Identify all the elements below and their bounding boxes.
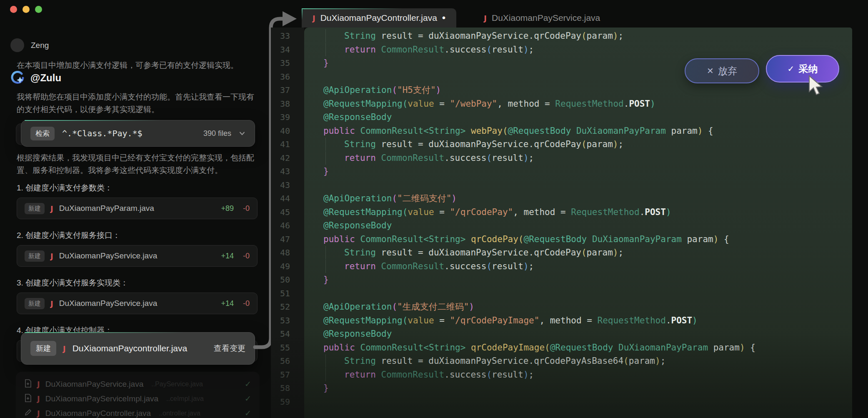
code-line[interactable]: 53@RequestMapping(value = "/qrCodePayIma… bbox=[271, 314, 852, 328]
file-name: DuXiaomanPayServiceImpl.java bbox=[45, 394, 158, 403]
line-number: 55 bbox=[271, 343, 304, 353]
editor-tab[interactable]: JDuXiaomanPayController.java• bbox=[302, 8, 456, 28]
code-line[interactable]: 33String result = duXiaomanPayService.qr… bbox=[271, 29, 852, 43]
file-change-card[interactable]: 新建JDuXiaomanPayParam.java+89-0 bbox=[17, 198, 258, 219]
avatar bbox=[10, 38, 24, 52]
code-line-content: String result = duXiaomanPayService.qrCo… bbox=[304, 139, 852, 149]
tab-label: DuXiaomanPayService.java bbox=[492, 13, 600, 23]
code-line-content: @ApiOperation("生成支付二维码") bbox=[304, 301, 852, 313]
accept-button[interactable]: ✓ 采纳 bbox=[766, 55, 839, 83]
line-number: 50 bbox=[271, 275, 304, 285]
code-line[interactable]: 54@ResponseBody bbox=[271, 327, 852, 341]
editor-tab[interactable]: JDuXiaomanPayService.java• bbox=[473, 8, 611, 28]
code-line[interactable]: 45@RequestMapping(value = "/qrCodePay", … bbox=[271, 205, 852, 219]
check-icon: ✓ bbox=[245, 394, 251, 403]
code-line[interactable]: 48String result = duXiaomanPayService.qr… bbox=[271, 246, 852, 260]
java-file-icon: J bbox=[484, 14, 487, 23]
close-icon: ✕ bbox=[707, 66, 714, 76]
code-line-content: @RequestMapping(value = "/qrCodePayImage… bbox=[304, 315, 852, 325]
code-line[interactable]: 49return CommonResult.success(result); bbox=[271, 260, 852, 273]
lines-added: +89 bbox=[221, 204, 234, 213]
code-editor[interactable]: 33String result = duXiaomanPayService.qr… bbox=[271, 29, 852, 408]
code-line[interactable]: 57return CommonResult.success(result); bbox=[271, 368, 852, 382]
line-number: 34 bbox=[271, 45, 304, 55]
file-add-icon bbox=[24, 379, 32, 389]
code-line[interactable]: 34return CommonResult.success(result); bbox=[271, 43, 852, 57]
code-line[interactable]: 35} bbox=[271, 56, 852, 70]
code-line-content: return CommonResult.success(result); bbox=[304, 153, 852, 163]
code-line-content: public CommonResult<String> qrCodePayIma… bbox=[304, 343, 852, 353]
discard-label: 放弃 bbox=[718, 65, 737, 78]
active-change-popup[interactable]: 新建 J DuXiaomanPaycontroller.java 查看变更 bbox=[21, 332, 255, 365]
discard-button[interactable]: ✕ 放弃 bbox=[685, 58, 759, 83]
modified-dot-icon: • bbox=[442, 16, 445, 20]
code-line[interactable]: 50} bbox=[271, 273, 852, 287]
check-icon: ✓ bbox=[245, 408, 251, 418]
chevron-down-icon[interactable] bbox=[239, 130, 245, 137]
code-line[interactable]: 38@RequestMapping(value = "/webPay", met… bbox=[271, 97, 852, 111]
line-number: 35 bbox=[271, 58, 304, 68]
file-path-hint: ..ceImpl.java bbox=[166, 395, 239, 403]
code-line[interactable]: 47public CommonResult<String> qrCodePay(… bbox=[271, 233, 852, 246]
zoom-button[interactable] bbox=[35, 6, 42, 13]
code-line-content: } bbox=[304, 275, 852, 285]
code-line[interactable]: 52@ApiOperation("生成支付二维码") bbox=[271, 300, 852, 314]
code-line[interactable]: 40public CommonResult<String> webPay(@Re… bbox=[271, 124, 852, 138]
code-line[interactable]: 41String result = duXiaomanPayService.qr… bbox=[271, 138, 852, 151]
lines-added: +14 bbox=[221, 299, 234, 308]
code-line-content: String result = duXiaomanPayService.qrCo… bbox=[304, 356, 852, 366]
check-icon: ✓ bbox=[788, 64, 795, 74]
line-number: 47 bbox=[271, 234, 304, 244]
code-line-content: String result = duXiaomanPayService.qrCo… bbox=[304, 248, 852, 258]
code-line[interactable]: 37@ApiOperation("H5支付") bbox=[271, 83, 852, 97]
code-line[interactable]: 58} bbox=[271, 381, 852, 395]
accept-label: 采纳 bbox=[798, 63, 818, 75]
search-result-popup[interactable]: 检索 ^.*Class.*Pay.*$ 390 files bbox=[21, 120, 255, 147]
file-change-card[interactable]: 新建JDuXiaomanPayService.java+14-0 bbox=[17, 293, 258, 314]
check-icon: ✓ bbox=[245, 379, 251, 389]
lines-added: +14 bbox=[221, 252, 234, 260]
code-line[interactable]: 46@ResponseBody bbox=[271, 219, 852, 233]
user-message-header: Zeng bbox=[10, 38, 49, 52]
user-message: 在本项目中增加度小满支付逻辑，可参考已有的支付逻辑实现。 bbox=[17, 59, 256, 72]
code-line[interactable]: 39@ResponseBody bbox=[271, 110, 852, 124]
code-line[interactable]: 43 bbox=[271, 178, 852, 192]
completed-file-row[interactable]: JDuXiaomanPayController.java..ontroller.… bbox=[24, 406, 251, 418]
code-line[interactable]: 44@ApiOperation("二维码支付") bbox=[271, 192, 852, 205]
code-line[interactable]: 51 bbox=[271, 287, 852, 300]
completed-file-row[interactable]: JDuXiaomanPayService.java..PayService.ja… bbox=[24, 377, 251, 391]
assistant-header: @Zulu bbox=[10, 71, 61, 85]
code-line-content: public CommonResult<String> webPay(@Requ… bbox=[304, 126, 852, 136]
file-name: DuXiaomanPayParam.java bbox=[59, 204, 215, 213]
search-query: ^.*Class.*Pay.*$ bbox=[62, 128, 196, 138]
java-file-icon: J bbox=[313, 14, 315, 23]
code-line[interactable]: 56String result = duXiaomanPayService.qr… bbox=[271, 354, 852, 368]
code-line-content: @ResponseBody bbox=[304, 329, 852, 339]
line-number: 53 bbox=[271, 315, 304, 325]
view-changes-link[interactable]: 查看变更 bbox=[214, 343, 245, 354]
assistant-analysis: 根据搜索结果，我发现项目中已经有支付宝支付的完整实现，包括配置、服务和控制器。我… bbox=[17, 152, 258, 177]
code-line[interactable]: 36 bbox=[271, 70, 852, 84]
line-number: 37 bbox=[271, 85, 304, 95]
code-line[interactable]: 59 bbox=[271, 395, 852, 409]
java-file-icon: J bbox=[37, 409, 40, 418]
minimize-button[interactable] bbox=[23, 6, 30, 13]
java-file-icon: J bbox=[50, 252, 53, 260]
code-line[interactable]: 43} bbox=[271, 165, 852, 178]
line-number: 48 bbox=[271, 248, 304, 258]
search-result-count: 390 files bbox=[203, 129, 231, 138]
file-change-card[interactable]: 新建JDuXiaomanPayService.java+14-0 bbox=[17, 245, 258, 267]
java-file-icon: J bbox=[37, 394, 40, 403]
code-line-content: @ApiOperation("H5支付") bbox=[304, 84, 852, 96]
code-line[interactable]: 42return CommonResult.success(result); bbox=[271, 151, 852, 165]
code-line[interactable]: 55public CommonResult<String> qrCodePayI… bbox=[271, 341, 852, 355]
completed-file-row[interactable]: JDuXiaomanPayServiceImpl.java..ceImpl.ja… bbox=[24, 391, 251, 406]
line-number: 46 bbox=[271, 220, 304, 230]
line-number: 54 bbox=[271, 329, 304, 339]
line-number: 45 bbox=[271, 207, 304, 217]
new-file-badge: 新建 bbox=[25, 203, 45, 214]
line-number: 41 bbox=[271, 139, 304, 149]
new-file-badge: 新建 bbox=[30, 341, 56, 356]
line-number: 33 bbox=[271, 31, 304, 41]
close-button[interactable] bbox=[10, 6, 17, 13]
